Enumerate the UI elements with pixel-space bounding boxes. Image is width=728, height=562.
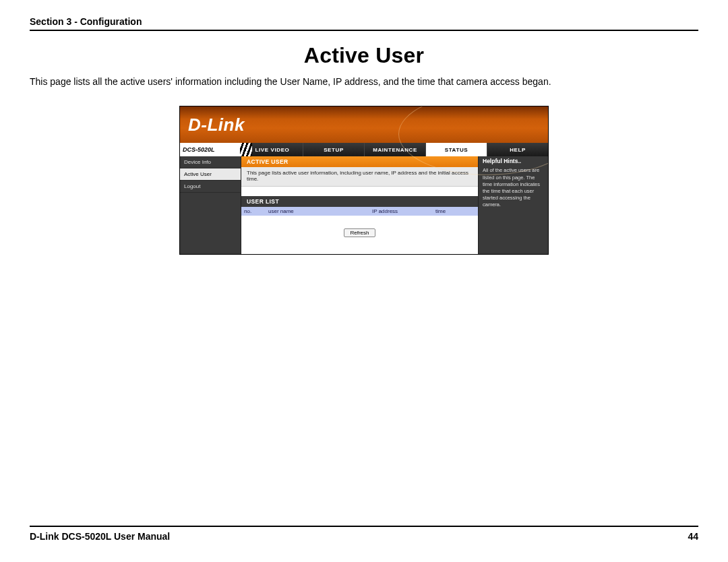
sidebar: Device Info Active User Logout: [180, 156, 241, 254]
tab-status[interactable]: STATUS: [425, 143, 487, 156]
tab-help[interactable]: HELP: [487, 143, 548, 156]
helpful-hints: Helpful Hints.. All of the active users …: [479, 156, 548, 254]
tab-maintenance[interactable]: MAINTENANCE: [364, 143, 425, 156]
page-title: Active User: [30, 43, 698, 68]
router-screenshot: D-Link DCS-5020L LIVE VIDEO SETUP MAINTE…: [179, 106, 549, 255]
main-panel: ACTIVE USER This page lists active user …: [241, 156, 479, 254]
page-footer: D-Link DCS-5020L User Manual 44: [30, 526, 698, 542]
section-header: Section 3 - Configuration: [30, 16, 698, 31]
model-label: DCS-5020L: [180, 143, 241, 156]
panel-title: ACTIVE USER: [241, 156, 478, 167]
user-list-headers: no. user name IP address time: [241, 207, 478, 216]
body-row: Device Info Active User Logout ACTIVE US…: [180, 156, 548, 254]
refresh-wrap: Refresh: [241, 225, 478, 237]
panel-subheader: USER LIST: [241, 196, 478, 207]
col-ip-address: IP address: [372, 208, 426, 214]
footer-page-number: 44: [688, 531, 698, 542]
sidebar-item-device-info[interactable]: Device Info: [180, 156, 241, 168]
hints-body: All of the active users are listed on th…: [483, 167, 544, 208]
refresh-button[interactable]: Refresh: [344, 228, 375, 237]
tab-setup[interactable]: SETUP: [303, 143, 364, 156]
col-time: time: [435, 208, 462, 214]
brand-logo: D-Link: [188, 115, 245, 135]
col-user-name: user name: [268, 208, 363, 214]
nav-row: DCS-5020L LIVE VIDEO SETUP MAINTENANCE S…: [180, 143, 548, 156]
panel-description: This page lists active user information,…: [241, 167, 478, 187]
brand-bar: D-Link: [180, 106, 548, 143]
col-no: no.: [244, 208, 259, 214]
hints-title: Helpful Hints..: [483, 158, 544, 165]
sidebar-item-active-user[interactable]: Active User: [180, 168, 241, 181]
footer-left: D-Link DCS-5020L User Manual: [30, 531, 170, 542]
intro-paragraph: This page lists all the active users' in…: [30, 76, 698, 87]
sidebar-item-logout[interactable]: Logout: [180, 181, 241, 193]
